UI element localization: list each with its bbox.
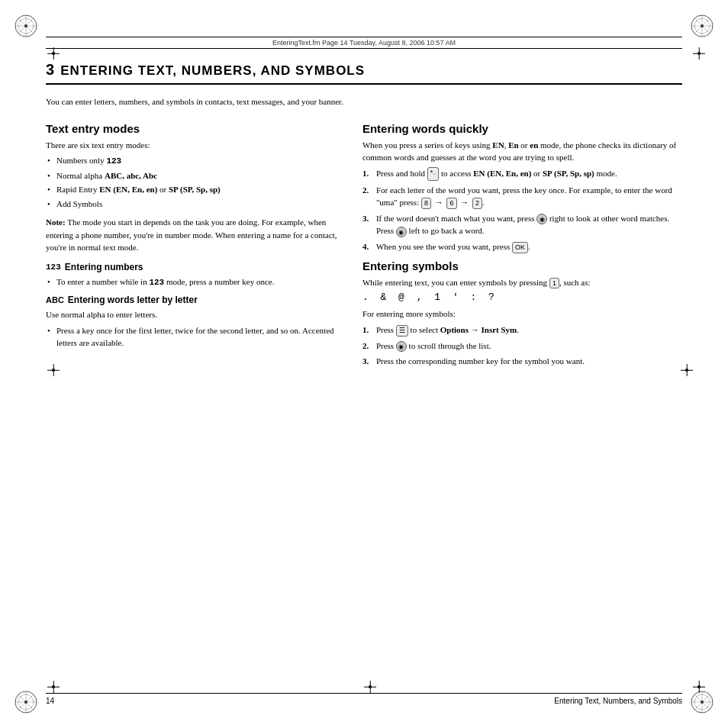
corner-circle-tl bbox=[14, 14, 38, 38]
menu-key-icon: ☰ bbox=[396, 325, 408, 337]
list-item: Press a key once for the first letter, t… bbox=[46, 324, 341, 350]
page-number: 14 bbox=[46, 697, 54, 705]
chapter-title: Entering Text, Numbers, and Symbols bbox=[60, 63, 365, 79]
svg-line-11 bbox=[694, 18, 710, 34]
nav-right-icon: ◉ bbox=[536, 214, 547, 224]
entering-words-letter-label: Entering words letter by letter bbox=[68, 295, 198, 305]
svg-point-7 bbox=[691, 15, 713, 37]
chapter-heading: 3 Entering Text, Numbers, and Symbols bbox=[46, 61, 682, 85]
arrow-icon-2: → bbox=[460, 196, 469, 209]
entering-words-letter-list: Press a key once for the first letter, t… bbox=[46, 324, 341, 350]
svg-point-0 bbox=[15, 15, 37, 37]
header-bar: EnteringText.fm Page 14 Tuesday, August … bbox=[46, 37, 682, 49]
list-item: Press ◉ to scroll through the list. bbox=[362, 340, 682, 353]
list-item: Normal alpha ABC, abc, Abc bbox=[46, 169, 341, 182]
svg-point-15 bbox=[18, 694, 34, 710]
entering-symbols-list: Press ☰ to select Options → Insrt Sym. P… bbox=[362, 324, 682, 368]
list-item: To enter a number while in 123 mode, pre… bbox=[46, 275, 341, 289]
list-item: When you see the word you want, press OK… bbox=[362, 240, 682, 253]
text-entry-modes-heading: Text entry modes bbox=[46, 122, 341, 135]
entering-numbers-heading: 123 Entering numbers bbox=[46, 262, 341, 272]
num-badge: 123 bbox=[106, 156, 121, 166]
numbers-badge: 123 bbox=[46, 263, 61, 272]
svg-point-14 bbox=[15, 691, 37, 713]
svg-point-8 bbox=[694, 18, 710, 34]
one-key-icon: 1 bbox=[549, 278, 559, 289]
footer-title: Entering Text, Numbers, and Symbols bbox=[554, 697, 682, 705]
entering-words-letter-heading: ABC Entering words letter by letter bbox=[46, 295, 341, 305]
svg-line-19 bbox=[18, 694, 34, 710]
entering-symbols-intro: While entering text, you can enter symbo… bbox=[362, 276, 682, 289]
entering-words-quickly-intro: When you press a series of keys using EN… bbox=[362, 139, 682, 164]
note-label: Note: bbox=[46, 217, 66, 227]
key-6: 6 bbox=[446, 198, 456, 209]
svg-line-26 bbox=[694, 694, 710, 710]
list-item: Numbers only 123 bbox=[46, 154, 341, 168]
star-key-icon: *⁻ bbox=[427, 167, 440, 180]
entering-numbers-label: Entering numbers bbox=[65, 262, 143, 272]
corner-circle-bl bbox=[14, 690, 38, 714]
note-text: The mode you start in depends on the tas… bbox=[46, 217, 337, 252]
svg-point-1 bbox=[18, 18, 34, 34]
text-entry-modes-list: Numbers only 123 Normal alpha ABC, abc, … bbox=[46, 154, 341, 210]
right-column: Entering words quickly When you press a … bbox=[362, 119, 682, 374]
key-8: 8 bbox=[421, 198, 431, 209]
entering-words-quickly-list: Press and hold *⁻ to access EN (EN, En, … bbox=[362, 167, 682, 253]
note-block: Note: The mode you start in depends on t… bbox=[46, 216, 341, 254]
list-item: For each letter of the word you want, pr… bbox=[362, 184, 682, 209]
key-2: 2 bbox=[472, 198, 482, 209]
nav-left-icon: ◉ bbox=[396, 227, 407, 237]
svg-line-4 bbox=[18, 18, 34, 34]
entering-numbers-list: To enter a number while in 123 mode, pre… bbox=[46, 275, 341, 289]
svg-point-13 bbox=[701, 24, 704, 27]
svg-point-21 bbox=[691, 691, 713, 713]
svg-line-25 bbox=[694, 694, 710, 710]
entering-words-quickly-heading: Entering words quickly bbox=[362, 122, 682, 135]
svg-point-22 bbox=[694, 694, 710, 710]
left-column: Text entry modes There are six text entr… bbox=[46, 119, 341, 374]
entering-symbols-heading: Entering symbols bbox=[362, 259, 682, 272]
corner-circle-br bbox=[690, 690, 714, 714]
entering-words-letter-subtext: Use normal alpha to enter letters. bbox=[46, 308, 341, 321]
svg-line-5 bbox=[18, 18, 34, 34]
abc-badge: ABC bbox=[46, 295, 64, 304]
list-item: Rapid Entry EN (EN, En, en) or SP (SP, S… bbox=[46, 183, 341, 196]
list-item: If the word doesn't match what you want,… bbox=[362, 212, 682, 237]
arrow-icon: → bbox=[435, 196, 443, 209]
intro-paragraph: You can enter letters, numbers, and symb… bbox=[46, 95, 682, 108]
chapter-number: 3 bbox=[46, 61, 54, 79]
header-text: EnteringText.fm Page 14 Tuesday, August … bbox=[272, 39, 456, 47]
for-more-symbols-text: For entering more symbols: bbox=[362, 308, 682, 321]
symbols-row: . & @ , 1 ' : ? bbox=[362, 292, 682, 303]
svg-line-18 bbox=[18, 694, 34, 710]
list-item: Press ☰ to select Options → Insrt Sym. bbox=[362, 324, 682, 337]
svg-point-20 bbox=[24, 701, 27, 704]
two-column-layout: Text entry modes There are six text entr… bbox=[46, 119, 682, 374]
svg-line-12 bbox=[694, 18, 710, 34]
svg-point-27 bbox=[701, 701, 704, 704]
corner-circle-tr bbox=[690, 14, 714, 38]
text-entry-modes-subtext: There are six text entry modes: bbox=[46, 139, 341, 152]
main-content: 3 Entering Text, Numbers, and Symbols Yo… bbox=[46, 61, 682, 667]
page-footer: 14 Entering Text, Numbers, and Symbols bbox=[46, 693, 682, 705]
ok-key-icon: OK bbox=[512, 242, 528, 253]
num-badge-inline: 123 bbox=[149, 278, 164, 287]
list-item: Press the corresponding number key for t… bbox=[362, 355, 682, 368]
svg-point-6 bbox=[24, 24, 27, 27]
list-item: Press and hold *⁻ to access EN (EN, En, … bbox=[362, 167, 682, 181]
list-item: Add Symbols bbox=[46, 198, 341, 211]
nav-scroll-icon: ◉ bbox=[396, 341, 407, 352]
chapter-title-text: Entering Text, Numbers, and Symbols bbox=[60, 63, 365, 78]
